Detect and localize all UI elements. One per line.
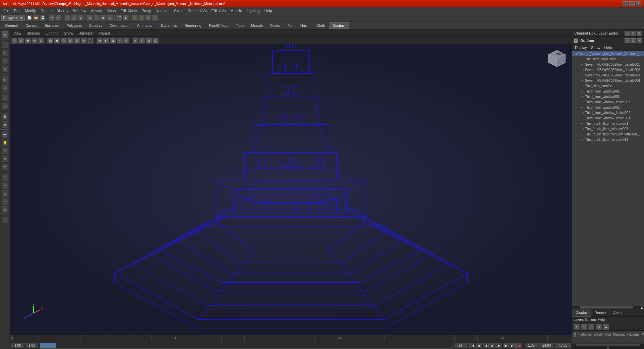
outliner-max-btn[interactable]: □	[631, 38, 636, 43]
record-btn[interactable]: ⏺	[516, 343, 522, 348]
tick-14[interactable]	[314, 335, 338, 342]
outliner-item-6[interactable]: ─○ The_sixth_cornice	[572, 83, 644, 89]
tick-24[interactable]	[547, 335, 571, 342]
next-frame-btn[interactable]: ▶	[496, 343, 502, 348]
soft-modify-btn[interactable]: ◐	[1, 76, 9, 83]
tick-7[interactable]	[151, 335, 175, 342]
tab-subdivs[interactable]: Subdivs	[85, 22, 106, 29]
go-end-btn[interactable]: ▶|	[510, 343, 516, 348]
close-button[interactable]: ✕	[636, 1, 641, 6]
outliner-list[interactable]: ⊞ George_Washington_Masonic_National_...…	[572, 51, 644, 306]
layers-tab[interactable]: Layers	[574, 318, 584, 322]
create-poly-btn[interactable]: ⬟	[1, 113, 9, 120]
tab-fur[interactable]: Fur	[284, 22, 297, 29]
tick-5[interactable]	[105, 335, 128, 342]
new-layer-btn[interactable]: +	[574, 324, 580, 330]
tick-22[interactable]: 22	[501, 335, 524, 342]
universal-tool-btn[interactable]: ⊞	[1, 65, 9, 73]
end-frame-input[interactable]	[454, 343, 467, 348]
bp-tab-render[interactable]: Render	[591, 309, 610, 316]
tab-custom[interactable]: Custom	[329, 22, 349, 29]
tab-dynamics[interactable]: Dynamics	[157, 22, 181, 29]
next-key-btn[interactable]: |▶	[503, 343, 509, 348]
tick-2[interactable]	[35, 335, 58, 342]
menu-create-uvs[interactable]: Create UVs	[186, 8, 209, 13]
menu-mesh[interactable]: Mesh	[105, 8, 118, 13]
polygon-mode-dropdown[interactable]: Polygons ▼	[1, 15, 25, 21]
vp-icon-1[interactable]: ⬚	[11, 38, 17, 44]
outliner-item-11[interactable]: ─○ Third_floor_window_lattice002	[572, 110, 644, 115]
vp-icon-3[interactable]: ◉	[25, 38, 31, 44]
3d-viewport[interactable]: FRONT X Y Z	[10, 44, 572, 335]
layer-lock-btn[interactable]: /	[578, 332, 579, 337]
field-btn[interactable]: ⊛	[1, 190, 9, 197]
vp-icon-7[interactable]: ▣	[54, 38, 60, 44]
display-quality-1[interactable]: ●	[132, 15, 138, 21]
vp-icon-5[interactable]: ⊡	[38, 38, 44, 44]
show-manip-btn[interactable]: ⊕	[1, 84, 9, 91]
outliner-item-1[interactable]: ─○ The_sixth_floor_roof	[572, 56, 644, 62]
vp-menu-show[interactable]: Show	[63, 31, 75, 36]
bp-tab-display[interactable]: Display	[572, 309, 591, 316]
help-tab[interactable]: Help	[598, 318, 605, 322]
camera-btn[interactable]: 📷	[1, 131, 9, 138]
vp-icon-4[interactable]: ⊕	[32, 38, 38, 44]
tick-19[interactable]	[431, 335, 454, 342]
outliner-item-13[interactable]: ─○ The_fourth_floor_window001	[572, 121, 644, 126]
vp-icon-20[interactable]: ⊔	[146, 38, 152, 44]
cb-min-btn[interactable]: −	[625, 31, 630, 36]
tick-10[interactable]	[221, 335, 245, 342]
menu-edit-uvs[interactable]: Edit UVs	[209, 8, 228, 13]
paint-btn[interactable]: 🖌	[78, 15, 84, 21]
tick-9[interactable]	[198, 335, 221, 342]
new-scene-btn[interactable]: 📄	[26, 15, 32, 21]
tab-polygons[interactable]: Polygons	[63, 22, 85, 29]
tick-13[interactable]	[291, 335, 314, 342]
tab-curves[interactable]: Curves	[22, 22, 41, 29]
tick-23[interactable]	[524, 335, 547, 342]
snap-curve-btn[interactable]: ⌒	[94, 15, 100, 21]
tick-18[interactable]	[408, 335, 431, 342]
tab-ncloth[interactable]: nCloth	[311, 22, 329, 29]
layer-up-btn[interactable]: ▲	[603, 324, 609, 330]
vp-menu-panels[interactable]: Panels	[98, 31, 112, 36]
save-btn[interactable]: 💾	[40, 15, 46, 21]
tick-15[interactable]: 15	[338, 335, 361, 342]
menu-file[interactable]: File	[1, 8, 11, 13]
light-btn[interactable]: 💡	[1, 139, 9, 147]
tab-muscle[interactable]: Muscle	[247, 22, 267, 29]
tick-1[interactable]: 1	[11, 335, 35, 342]
vp-icon-12[interactable]: ⬛	[87, 38, 94, 44]
outliner-item-5[interactable]: ─○ SeventhFBXASC032floor_details004	[572, 78, 644, 83]
outliner-item-2[interactable]: ─○ SeventhFBXASC032floor_details001	[572, 62, 644, 67]
tab-hair[interactable]: Hair	[297, 22, 311, 29]
navigation-cube[interactable]: FRONT	[545, 48, 569, 71]
lasso-select-btn[interactable]: ⬡	[1, 94, 9, 102]
scale-tool-btn[interactable]: ⤢	[1, 57, 9, 65]
menu-modify[interactable]: Modify	[23, 8, 38, 13]
vp-icon-17[interactable]: ⊙	[123, 38, 129, 44]
delete-layer-btn[interactable]: −	[588, 324, 594, 330]
om-display[interactable]: Display	[574, 45, 588, 50]
layer-visibility-btn[interactable]: V	[574, 332, 576, 337]
snap-point-btn[interactable]: ◉	[100, 15, 106, 21]
display-quality-3[interactable]: ●	[145, 15, 151, 21]
vp-icon-19[interactable]: ⊓	[139, 38, 145, 44]
menu-assets[interactable]: Assets	[89, 8, 104, 13]
tick-20[interactable]	[454, 335, 478, 342]
layer-options-btn[interactable]: ⚙	[596, 324, 602, 330]
prev-key-btn[interactable]: ◀|	[476, 343, 482, 348]
tick-12[interactable]	[268, 335, 291, 342]
outliner-item-16[interactable]: ─○ The_fourth_floor_window012	[572, 137, 644, 142]
vp-icon-2[interactable]: ⊞	[18, 38, 24, 44]
vp-icon-21[interactable]: ⊏	[153, 38, 159, 44]
go-start-btn[interactable]: |◀	[469, 343, 475, 348]
menu-proxy[interactable]: Proxy	[139, 8, 153, 13]
menu-display[interactable]: Display	[54, 8, 70, 13]
tab-deformation[interactable]: Deformation	[106, 22, 133, 29]
menu-lighting[interactable]: Lighting	[245, 8, 262, 13]
scroll-right-btn[interactable]: ▶	[641, 306, 643, 308]
start-time-input[interactable]	[11, 343, 24, 348]
maximize-button[interactable]: □	[629, 1, 635, 6]
vp-menu-view[interactable]: View	[12, 31, 23, 36]
